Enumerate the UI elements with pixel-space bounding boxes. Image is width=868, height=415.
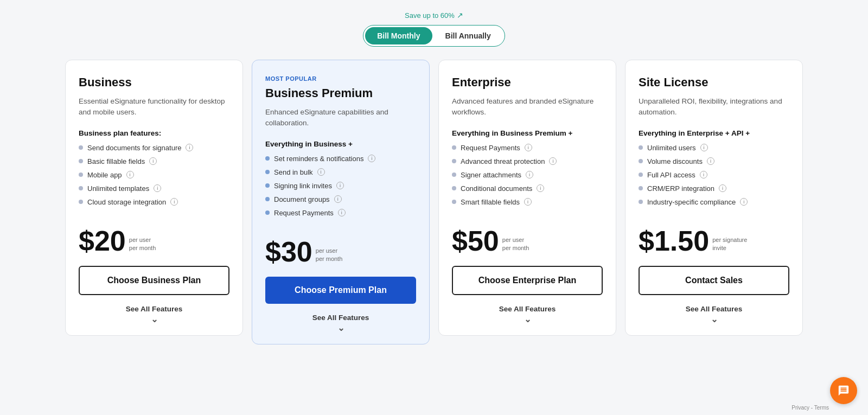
info-icon[interactable]: i xyxy=(154,184,161,192)
feature-item: Signer attachments i xyxy=(452,171,603,179)
cta-button-business-premium[interactable]: Choose Premium Plan xyxy=(265,277,416,304)
info-icon[interactable]: i xyxy=(700,144,708,151)
plan-name: Business Premium xyxy=(265,86,416,100)
feature-dot xyxy=(79,159,83,163)
header-section: Save up to 60% Bill Monthly Bill Annuall… xyxy=(363,11,505,47)
price-amount: $30 xyxy=(265,238,312,266)
feature-dot xyxy=(79,145,83,150)
feature-item: Volume discounts i xyxy=(639,157,789,165)
feature-dot xyxy=(639,186,643,190)
chevron-down-icon: ⌄ xyxy=(151,314,158,324)
feature-dot xyxy=(265,183,270,188)
see-features-business[interactable]: See All Features ⌄ xyxy=(79,305,229,324)
see-features-label: See All Features xyxy=(686,305,743,313)
feature-dot xyxy=(79,186,83,190)
feature-item: CRM/ERP integration i xyxy=(639,184,789,193)
info-icon[interactable]: i xyxy=(525,144,532,151)
price-label: per userper month xyxy=(316,247,343,264)
plan-name: Enterprise xyxy=(452,75,603,90)
feature-item: Smart fillable fields i xyxy=(452,198,603,206)
see-features-enterprise[interactable]: See All Features ⌄ xyxy=(452,305,603,324)
feature-item: Send documents for signature i xyxy=(79,144,229,152)
features-list: Send documents for signature i Basic fil… xyxy=(79,144,229,212)
feature-dot xyxy=(452,145,456,150)
bill-annually-button[interactable]: Bill Annually xyxy=(433,27,503,44)
feature-text: CRM/ERP integration xyxy=(647,184,714,193)
cta-button-site-license[interactable]: Contact Sales xyxy=(639,266,789,295)
info-icon[interactable]: i xyxy=(338,209,346,216)
plan-card-business-premium: MOST POPULAR Business Premium Enhanced e… xyxy=(252,60,430,344)
price-amount: $50 xyxy=(452,227,499,255)
features-title: Everything in Business Premium + xyxy=(452,129,603,137)
features-title: Everything in Business + xyxy=(265,140,416,148)
plan-description: Enhanced eSignature capabilities and col… xyxy=(265,107,416,129)
info-icon[interactable]: i xyxy=(740,198,748,206)
feature-dot xyxy=(639,200,643,204)
save-badge: Save up to 60% xyxy=(405,11,463,20)
feature-item: Request Payments i xyxy=(452,144,603,152)
feature-item: Unlimited users i xyxy=(639,144,789,152)
plan-card-business: Business Essential eSignature functional… xyxy=(65,60,243,336)
feature-text: Signer attachments xyxy=(461,171,521,179)
info-icon[interactable]: i xyxy=(334,195,342,203)
feature-text: Industry-specific compliance xyxy=(647,198,736,206)
feature-text: Request Payments xyxy=(461,144,520,152)
info-icon[interactable]: i xyxy=(186,144,193,151)
cta-button-business[interactable]: Choose Business Plan xyxy=(79,266,229,295)
info-icon[interactable]: i xyxy=(549,157,557,165)
info-icon[interactable]: i xyxy=(526,171,533,178)
feature-dot xyxy=(79,173,83,177)
feature-item: Full API access i xyxy=(639,171,789,179)
feature-item: Document groups i xyxy=(265,195,416,203)
see-features-business-premium[interactable]: See All Features ⌄ xyxy=(265,314,416,333)
feature-dot xyxy=(265,210,270,215)
info-icon[interactable]: i xyxy=(537,184,544,192)
bill-monthly-button[interactable]: Bill Monthly xyxy=(365,27,432,44)
info-icon[interactable]: i xyxy=(317,168,325,176)
feature-text: Smart fillable fields xyxy=(461,198,520,206)
feature-item: Industry-specific compliance i xyxy=(639,198,789,206)
feature-item: Advanced threat protection i xyxy=(452,157,603,165)
feature-item: Cloud storage integration i xyxy=(79,198,229,206)
see-features-site-license[interactable]: See All Features ⌄ xyxy=(639,305,789,324)
see-features-label: See All Features xyxy=(312,314,369,322)
feature-dot xyxy=(639,173,643,177)
feature-text: Set reminders & notifications xyxy=(274,155,363,163)
price-section: $50 per userper month xyxy=(452,227,603,255)
features-list: Request Payments i Advanced threat prote… xyxy=(452,144,603,212)
cta-button-enterprise[interactable]: Choose Enterprise Plan xyxy=(452,266,603,295)
feature-dot xyxy=(265,156,270,161)
feature-text: Advanced threat protection xyxy=(461,157,545,165)
feature-item: Unlimited templates i xyxy=(79,184,229,193)
feature-item: Basic fillable fields i xyxy=(79,157,229,165)
feature-text: Basic fillable fields xyxy=(87,157,145,165)
chat-icon xyxy=(838,385,850,397)
info-icon[interactable]: i xyxy=(336,182,344,189)
chat-button[interactable] xyxy=(830,377,857,404)
features-title: Business plan features: xyxy=(79,129,229,137)
feature-item: Signing link invites i xyxy=(265,182,416,190)
feature-text: Mobile app xyxy=(87,171,122,179)
info-icon[interactable]: i xyxy=(126,171,134,178)
price-amount: $20 xyxy=(79,227,126,255)
feature-item: Send in bulk i xyxy=(265,168,416,176)
feature-dot xyxy=(452,159,456,163)
feature-text: Unlimited templates xyxy=(87,184,149,193)
feature-dot xyxy=(452,173,456,177)
info-icon[interactable]: i xyxy=(524,198,532,206)
info-icon[interactable]: i xyxy=(719,184,726,192)
feature-dot xyxy=(452,186,456,190)
privacy-terms: Privacy - Terms xyxy=(792,405,829,411)
info-icon[interactable]: i xyxy=(368,155,375,162)
feature-item: Set reminders & notifications i xyxy=(265,155,416,163)
price-label: per userper month xyxy=(502,236,529,253)
feature-dot xyxy=(639,145,643,150)
info-icon[interactable]: i xyxy=(149,157,157,165)
info-icon[interactable]: i xyxy=(700,171,707,178)
price-amount: $1.50 xyxy=(639,227,709,255)
plan-description: Essential eSignature functionality for d… xyxy=(79,96,229,118)
info-icon[interactable]: i xyxy=(707,157,714,165)
feature-text: Request Payments xyxy=(274,209,334,217)
info-icon[interactable]: i xyxy=(170,198,178,206)
plan-name: Site License xyxy=(639,75,789,90)
